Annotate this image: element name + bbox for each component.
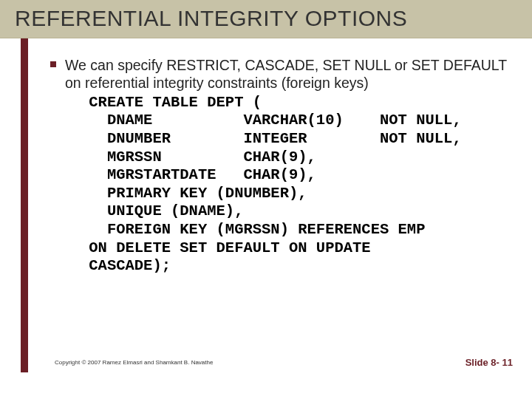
bullet-item: We can specify RESTRICT, CASCADE, SET NU…	[50, 56, 510, 276]
slide-title: REFERENTIAL INTEGRITY OPTIONS	[15, 6, 517, 30]
accent-stripe	[21, 38, 28, 372]
bullet-text-block: We can specify RESTRICT, CASCADE, SET NU…	[65, 56, 510, 276]
slide-body: We can specify RESTRICT, CASCADE, SET NU…	[0, 38, 532, 372]
slide-number: Slide 8- 11	[466, 357, 513, 368]
code-block: CREATE TABLE DEPT ( DNAME VARCHAR(10) NO…	[80, 94, 510, 276]
square-bullet-icon	[50, 61, 56, 67]
copyright-text: Copyright © 2007 Ramez Elmasri and Shamk…	[55, 359, 213, 366]
slide-footer: Copyright © 2007 Ramez Elmasri and Shamk…	[10, 356, 532, 372]
lead-text: We can specify RESTRICT, CASCADE, SET NU…	[65, 56, 510, 92]
content-area: We can specify RESTRICT, CASCADE, SET NU…	[10, 38, 532, 276]
slide-header: REFERENTIAL INTEGRITY OPTIONS	[0, 0, 532, 38]
